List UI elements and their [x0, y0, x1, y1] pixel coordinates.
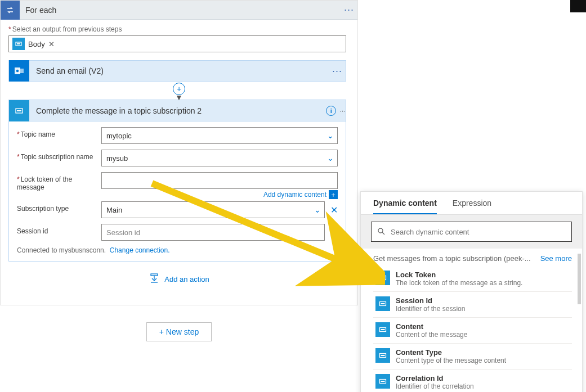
- loop-icon: [1, 1, 20, 20]
- complete-message-card: Complete the message in a topic subscrip…: [8, 100, 346, 262]
- dynamic-item[interactable]: Session IdIdentifier of the session: [373, 292, 572, 318]
- dynamic-item-title: Content: [396, 322, 467, 331]
- tab-dynamic-content[interactable]: Dynamic content: [373, 199, 437, 214]
- clear-session-id[interactable]: ✕: [330, 227, 338, 238]
- send-email-menu[interactable]: ···: [329, 65, 346, 77]
- chevron-down-icon: ⌄: [327, 154, 334, 163]
- dynamic-item[interactable]: Content TypeContent type of the message …: [373, 344, 572, 370]
- search-icon: [377, 227, 385, 237]
- remove-token-icon[interactable]: ✕: [48, 40, 55, 48]
- outlook-icon: [9, 60, 29, 82]
- clear-subscription-type[interactable]: ✕: [330, 205, 338, 215]
- info-icon[interactable]: i: [326, 106, 336, 116]
- complete-message-menu[interactable]: ···: [339, 106, 346, 115]
- for-each-header[interactable]: For each ···: [1, 1, 357, 20]
- for-each-title: For each: [20, 6, 341, 15]
- send-email-title: Send an email (V2): [29, 66, 329, 75]
- window-corner: [570, 0, 586, 12]
- chevron-down-icon: ⌄: [327, 131, 334, 140]
- arrow-down-icon: ▼: [175, 95, 183, 100]
- dynamic-content-panel: Dynamic content Expression Get messages …: [360, 191, 583, 392]
- lock-token-label: *Lock token of the message: [17, 172, 101, 191]
- svg-line-11: [382, 232, 384, 235]
- subscription-name-select[interactable]: mysub ⌄: [101, 150, 338, 166]
- tab-expression[interactable]: Expression: [453, 199, 491, 214]
- add-dynamic-content-link[interactable]: Add dynamic content: [263, 191, 326, 199]
- service-bus-icon: [375, 348, 390, 363]
- change-connection-link[interactable]: Change connection.: [110, 246, 170, 254]
- dynamic-item-desc: Identifier of the session: [396, 305, 465, 313]
- for-each-menu[interactable]: ···: [341, 4, 357, 16]
- for-each-container: For each ··· *Select an output from prev…: [0, 0, 358, 305]
- svg-rect-7: [151, 274, 158, 276]
- dynamic-item-desc: The lock token of the message as a strin…: [396, 279, 522, 287]
- body-token: Body: [28, 40, 45, 48]
- dynamic-item[interactable]: Correlation IdIdentifier of the correlat…: [373, 370, 572, 392]
- svg-rect-13: [381, 277, 385, 278]
- svg-point-10: [378, 228, 383, 233]
- topic-name-label: *Topic name: [17, 127, 101, 138]
- dynamic-item-title: Correlation Id: [396, 374, 474, 382]
- svg-rect-3: [19, 69, 24, 73]
- dynamic-item-desc: Content type of the message content: [396, 357, 506, 364]
- complete-message-header[interactable]: Complete the message in a topic subscrip…: [9, 100, 346, 121]
- lock-token-input[interactable]: [101, 172, 338, 189]
- dynamic-item-desc: Identifier of the correlation: [396, 382, 474, 390]
- add-action-icon: [149, 273, 160, 286]
- svg-rect-15: [381, 303, 385, 304]
- svg-rect-17: [381, 329, 385, 330]
- chevron-down-icon: ⌄: [314, 205, 321, 214]
- svg-rect-21: [381, 381, 385, 382]
- session-id-label: Session id: [17, 224, 101, 235]
- select-output-field[interactable]: Body ✕: [8, 35, 346, 52]
- dynamic-item-title: Lock Token: [396, 271, 522, 279]
- service-bus-icon: [375, 296, 390, 311]
- service-bus-icon: [9, 100, 29, 121]
- dynamic-search-box[interactable]: [371, 222, 572, 242]
- svg-rect-1: [17, 43, 20, 44]
- dynamic-item[interactable]: ContentContent of the message: [373, 318, 572, 344]
- subscription-name-label: *Topic subscription name: [17, 150, 101, 161]
- new-step-button[interactable]: New step: [146, 322, 212, 341]
- select-output-label: *Select an output from previous steps: [8, 25, 350, 33]
- dynamic-item-title: Session Id: [396, 296, 465, 305]
- dynamic-item-title: Content Type: [396, 348, 506, 357]
- session-id-input[interactable]: [101, 224, 325, 241]
- connection-info: Connected to mysbusnsconn. Change connec…: [17, 246, 338, 254]
- scrollbar-thumb[interactable]: [578, 254, 581, 304]
- dynamic-panel-scrollbar[interactable]: [578, 254, 581, 377]
- subscription-type-select[interactable]: Main ⌄: [101, 201, 325, 218]
- svg-rect-19: [381, 355, 385, 356]
- dynamic-section-title: Get messages from a topic subscription (…: [373, 254, 531, 263]
- service-bus-icon: [375, 322, 390, 337]
- service-bus-icon: [375, 374, 390, 389]
- topic-name-select[interactable]: mytopic ⌄: [101, 127, 338, 144]
- dynamic-item[interactable]: Lock TokenThe lock token of the message …: [373, 266, 572, 292]
- see-more-link[interactable]: See more: [540, 254, 572, 263]
- connector: + ▼: [8, 82, 350, 100]
- service-bus-icon: [375, 271, 390, 285]
- svg-rect-6: [17, 110, 21, 111]
- dynamic-item-desc: Content of the message: [396, 331, 467, 339]
- complete-message-title: Complete the message in a topic subscrip…: [29, 106, 326, 115]
- add-an-action-button[interactable]: Add an action: [8, 262, 350, 297]
- subscription-type-label: Subscription type: [17, 201, 101, 213]
- service-bus-icon: [12, 38, 25, 50]
- svg-point-4: [16, 70, 19, 73]
- send-email-card[interactable]: Send an email (V2) ···: [8, 60, 346, 82]
- add-dynamic-plus-icon[interactable]: ＋: [329, 190, 338, 199]
- dynamic-search-input[interactable]: [391, 228, 566, 236]
